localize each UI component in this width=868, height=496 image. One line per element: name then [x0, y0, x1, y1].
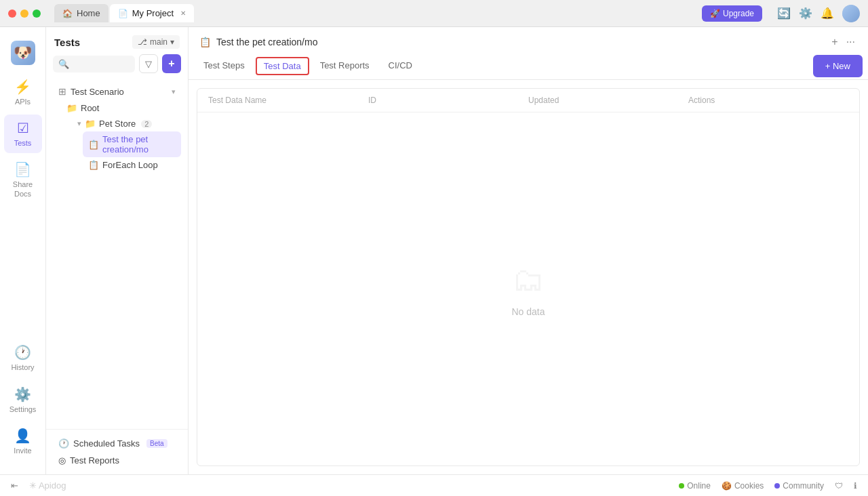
col-actions: Actions [688, 96, 848, 105]
col-updated: Updated [528, 96, 688, 105]
tab-my-project[interactable]: 📄 My Project ✕ [110, 4, 194, 22]
nav-apis[interactable]: ⚡ APIs [4, 73, 42, 112]
footer-online[interactable]: Online [679, 481, 711, 491]
new-button-wrapper: + New [813, 55, 863, 77]
close-button[interactable] [8, 9, 16, 18]
sidebar-tree: ⊞ Test Scenario ▾ 📁 Root ▾ 📁 Pet Store [46, 79, 188, 429]
apidog-logo: ✳ Apidog [29, 480, 66, 491]
sidebar-header: Tests ⎇ main ▾ [46, 27, 188, 54]
titlebar: 🏠 Home 📄 My Project ✕ 🚀 Upgrade 🔄 ⚙️ 🔔 [0, 0, 868, 27]
maximize-button[interactable] [33, 9, 41, 18]
nav-settings[interactable]: ⚙️ Settings [4, 381, 42, 419]
sidebar-item-scheduled-tasks[interactable]: 🕐 Scheduled Tasks Beta [53, 435, 181, 452]
upgrade-button[interactable]: 🚀 Upgrade [702, 5, 762, 22]
share-docs-icon: 📄 [14, 161, 31, 178]
folder-icon: 📁 [66, 103, 77, 113]
folder-pet-store[interactable]: ▾ 📁 Pet Store 2 [72, 116, 181, 131]
footer-community[interactable]: Community [774, 481, 824, 491]
chevron-icon: ▾ [77, 119, 81, 128]
breadcrumb-title: Test the pet creation/mo [216, 37, 824, 47]
tab-close-icon[interactable]: ✕ [180, 9, 186, 17]
branch-icon: ⎇ [138, 37, 147, 47]
foreach-icon: 📋 [88, 160, 99, 170]
add-test-button[interactable]: + [162, 54, 181, 73]
tab-test-data[interactable]: Test Data [256, 57, 309, 75]
nav-history[interactable]: 🕐 History [4, 339, 42, 377]
online-label: Online [687, 481, 711, 491]
new-button-label: + New [825, 61, 850, 71]
col-test-data-name: Test Data Name [208, 96, 368, 105]
tests-icon: ☑ [17, 120, 29, 136]
user-avatar-icon: 🐶 [11, 41, 35, 65]
footer-cookies[interactable]: 🍪 Cookies [722, 481, 764, 491]
filter-button[interactable]: ▽ [139, 54, 158, 73]
apis-icon: ⚡ [14, 79, 31, 95]
folder-pet-store-icon: 📁 [85, 119, 96, 129]
tab-cicd[interactable]: CI/CD [379, 54, 422, 79]
nav-tests[interactable]: ☑ Tests [4, 115, 42, 153]
nav-avatar[interactable]: 🐶 [4, 35, 42, 70]
shield-icon: 🛡 [835, 481, 843, 491]
tree-leaf-test-creation[interactable]: 📋 Test the pet creation/mo [83, 131, 181, 157]
test-creation-label: Test the pet creation/mo [102, 134, 176, 154]
community-label: Community [783, 481, 824, 491]
sidebar-search-bar: 🔍 ▽ + [46, 54, 188, 79]
avatar[interactable] [842, 5, 860, 22]
upgrade-icon: 🚀 [710, 9, 720, 18]
tab-home[interactable]: 🏠 Home [54, 4, 108, 22]
cookies-label: Cookies [734, 481, 764, 491]
tab-home-label: Home [77, 8, 100, 18]
nav-settings-label: Settings [9, 405, 37, 414]
tab-test-reports[interactable]: Test Reports [311, 54, 379, 79]
online-status-icon [679, 483, 684, 489]
add-tab-button[interactable]: + [829, 34, 840, 50]
invite-icon: 👤 [14, 428, 31, 444]
collapse-sidebar-button[interactable]: ⇤ [11, 480, 18, 491]
breadcrumb-actions: + ··· [829, 34, 857, 50]
tab-cicd-label: CI/CD [389, 60, 412, 70]
tree-leaf-foreach[interactable]: 📋 ForEach Loop [83, 157, 181, 173]
minimize-button[interactable] [20, 9, 28, 18]
nav-invite[interactable]: 👤 Invite [4, 422, 42, 461]
nav-history-label: History [11, 363, 34, 372]
branch-selector[interactable]: ⎇ main ▾ [132, 35, 180, 49]
refresh-icon[interactable]: 🔄 [777, 7, 791, 20]
test-scenario-icon: ⊞ [58, 86, 66, 97]
main-layout: 🐶 ⚡ APIs ☑ Tests 📄 Share Docs 🕐 History … [0, 27, 868, 474]
nav-share-docs[interactable]: 📄 Share Docs [4, 156, 42, 203]
nav-settings-icon: ⚙️ [14, 386, 31, 402]
footer: ⇤ ✳ Apidog Online 🍪 Cookies Community 🛡 … [0, 474, 868, 496]
settings-icon[interactable]: ⚙️ [799, 7, 812, 20]
test-scenario-section: ⊞ Test Scenario ▾ 📁 Root ▾ 📁 Pet Store [46, 79, 188, 177]
more-options-button[interactable]: ··· [844, 34, 857, 50]
col-id: ID [368, 96, 528, 105]
avatar-image [842, 5, 860, 22]
titlebar-tabs: 🏠 Home 📄 My Project ✕ [54, 4, 194, 22]
footer-shield[interactable]: 🛡 [835, 481, 843, 491]
nav-apis-label: APIs [15, 98, 31, 106]
tab-my-project-label: My Project [132, 8, 174, 18]
project-icon: 📄 [118, 9, 128, 18]
search-box[interactable]: 🔍 [53, 56, 135, 73]
table-header: Test Data Name ID Updated Actions [197, 89, 859, 112]
tree-root: 📁 Root ▾ 📁 Pet Store 2 📋 [53, 100, 181, 173]
nav-bottom: 🕐 History ⚙️ Settings 👤 Invite [4, 339, 42, 466]
new-button[interactable]: + New [813, 55, 863, 77]
history-icon: 🕐 [14, 344, 31, 360]
test-file-icon: 📋 [88, 140, 99, 150]
chevron-icon: ▾ [172, 87, 176, 96]
search-icon: 🔍 [58, 59, 69, 69]
tab-test-steps[interactable]: Test Steps [194, 54, 254, 79]
beta-badge: Beta [146, 439, 167, 448]
root-label: Root [81, 103, 99, 113]
nav-share-docs-label: Share Docs [8, 180, 38, 198]
notification-icon[interactable]: 🔔 [821, 7, 834, 20]
footer-info[interactable]: ℹ [854, 481, 857, 491]
folder-root[interactable]: 📁 Root [61, 100, 181, 116]
sidebar-item-test-scenario[interactable]: ⊞ Test Scenario ▾ [53, 83, 181, 100]
tab-test-steps-label: Test Steps [203, 60, 245, 70]
sidebar-item-test-reports[interactable]: ◎ Test Reports [53, 452, 181, 469]
pet-store-label: Pet Store [99, 119, 136, 129]
community-icon [774, 483, 780, 489]
titlebar-right: 🚀 Upgrade 🔄 ⚙️ 🔔 [702, 5, 860, 22]
